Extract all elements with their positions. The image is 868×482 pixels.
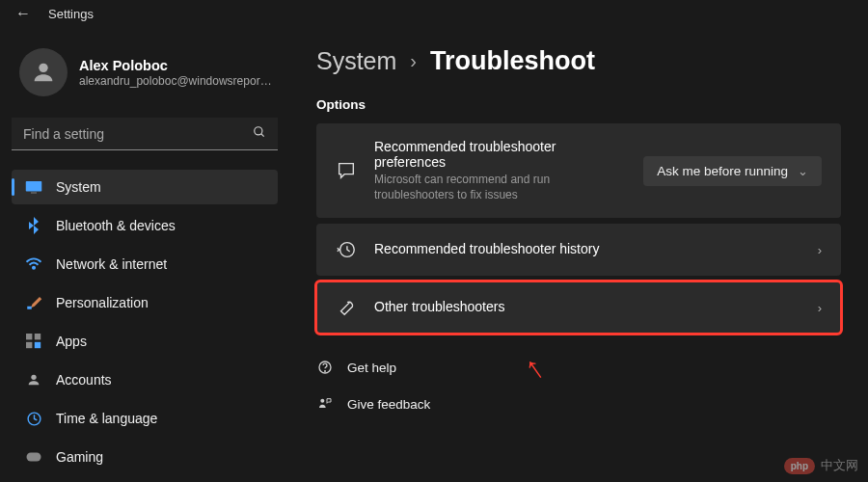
help-link-label: Get help [347, 361, 396, 375]
sidebar-item-apps[interactable]: Apps [12, 324, 278, 359]
card-other-troubleshooters[interactable]: Other troubleshooters › [316, 281, 841, 334]
profile-email: alexandru_poloboc@windowsreport... [79, 74, 272, 88]
chevron-right-icon: › [818, 301, 822, 315]
back-icon[interactable]: ← [15, 5, 31, 22]
card-title: Recommended troubleshooter preferences [374, 139, 626, 170]
layout: Alex Poloboc alexandru_poloboc@windowsre… [0, 27, 868, 482]
card-body: Other troubleshooters [374, 299, 800, 316]
search-input[interactable] [23, 126, 253, 142]
apps-icon [25, 333, 42, 350]
chat-icon [336, 160, 357, 181]
svg-point-0 [39, 64, 47, 72]
card-body: Recommended troubleshooter preferences M… [374, 139, 626, 202]
svg-point-16 [325, 371, 326, 372]
svg-point-1 [255, 127, 262, 135]
svg-point-5 [33, 267, 35, 269]
help-link-label: Give feedback [347, 397, 430, 412]
svg-rect-9 [26, 342, 32, 348]
sidebar-item-network[interactable]: Network & internet [12, 247, 278, 281]
search-icon[interactable] [253, 125, 266, 142]
card-body: Recommended troubleshooter history [374, 241, 800, 258]
options-label: Options [316, 97, 841, 112]
svg-rect-10 [35, 342, 41, 348]
title-bar: ← Settings [0, 0, 868, 27]
sidebar-item-label: Network & internet [56, 256, 167, 272]
bluetooth-icon [25, 217, 42, 234]
watermark: php 中文网 [784, 457, 858, 474]
avatar [19, 48, 68, 96]
watermark-badge: php [784, 458, 815, 474]
sidebar-item-label: Time & language [56, 411, 157, 426]
wrench-icon [336, 297, 357, 318]
dropdown-value: Ask me before running [657, 164, 788, 178]
sidebar-item-time-language[interactable]: Time & language [12, 401, 278, 436]
give-feedback-link[interactable]: Give feedback [316, 391, 841, 416]
svg-rect-13 [27, 453, 41, 462]
svg-rect-8 [35, 334, 41, 339]
card-subtitle: Microsoft can recommend and run troubles… [374, 172, 625, 202]
breadcrumb: System › Troubleshoot [316, 46, 841, 76]
system-icon [25, 178, 42, 196]
page-title: Troubleshoot [430, 46, 595, 76]
chevron-right-icon: › [410, 50, 417, 72]
svg-point-17 [320, 399, 324, 403]
accounts-icon [25, 371, 42, 388]
clock-globe-icon [25, 410, 42, 427]
sidebar-item-label: System [56, 179, 101, 195]
feedback-icon [316, 395, 334, 413]
help-icon [316, 359, 334, 376]
sidebar-item-label: Personalization [56, 295, 149, 310]
sidebar-item-personalization[interactable]: Personalization [12, 285, 278, 320]
profile[interactable]: Alex Poloboc alexandru_poloboc@windowsre… [12, 39, 289, 114]
help-links: Get help Give feedback [316, 355, 841, 416]
breadcrumb-parent[interactable]: System [316, 47, 396, 75]
watermark-text: 中文网 [821, 457, 858, 474]
prefs-dropdown[interactable]: Ask me before running ⌄ [643, 156, 822, 186]
card-title: Recommended troubleshooter history [374, 241, 800, 256]
app-title: Settings [48, 7, 94, 21]
svg-rect-6 [27, 307, 32, 309]
profile-text: Alex Poloboc alexandru_poloboc@windowsre… [79, 58, 272, 88]
svg-rect-3 [26, 181, 42, 192]
svg-rect-4 [31, 192, 37, 194]
search-box[interactable] [12, 118, 278, 150]
gaming-icon [25, 448, 42, 466]
history-icon [336, 239, 357, 260]
card-title: Other troubleshooters [374, 299, 800, 314]
sidebar-item-label: Bluetooth & devices [56, 218, 176, 233]
wifi-icon [25, 255, 42, 273]
card-troubleshooter-prefs[interactable]: Recommended troubleshooter preferences M… [316, 123, 841, 218]
content: System › Troubleshoot Options Recommende… [289, 27, 868, 482]
person-icon [30, 59, 57, 86]
brush-icon [25, 294, 42, 311]
card-troubleshooter-history[interactable]: Recommended troubleshooter history › [316, 224, 841, 276]
sidebar-item-label: Apps [56, 334, 87, 349]
get-help-link[interactable]: Get help [316, 355, 841, 380]
sidebar-item-label: Accounts [56, 372, 112, 388]
sidebar-item-system[interactable]: System [12, 170, 278, 204]
profile-name: Alex Poloboc [79, 58, 272, 73]
sidebar-item-gaming[interactable]: Gaming [12, 440, 278, 474]
svg-rect-7 [26, 334, 32, 339]
chevron-right-icon: › [818, 243, 822, 257]
svg-line-2 [261, 134, 264, 137]
sidebar-item-bluetooth[interactable]: Bluetooth & devices [12, 208, 278, 243]
chevron-down-icon: ⌄ [798, 164, 808, 178]
sidebar-item-accounts[interactable]: Accounts [12, 362, 278, 397]
sidebar-item-label: Gaming [56, 449, 103, 465]
svg-point-11 [31, 375, 36, 380]
sidebar: Alex Poloboc alexandru_poloboc@windowsre… [0, 27, 289, 482]
